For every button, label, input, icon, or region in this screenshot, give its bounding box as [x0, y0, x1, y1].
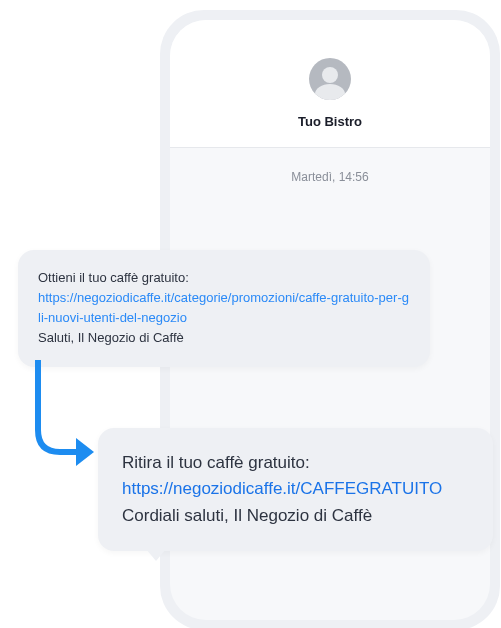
- message-link[interactable]: https://negoziodicaffe.it/categorie/prom…: [38, 288, 410, 328]
- timestamp: Martedì, 14:56: [170, 148, 490, 194]
- message-bubble-after: Ritira il tuo caffè gratuito: https://ne…: [98, 428, 493, 551]
- sender-name: Tuo Bistro: [190, 114, 470, 129]
- message-signoff: Cordiali saluti, Il Negozio di Caffè: [122, 503, 469, 529]
- chat-header: Tuo Bistro: [170, 20, 490, 148]
- message-bubble-before: Ottieni il tuo caffè gratuito: https://n…: [18, 250, 430, 367]
- avatar-icon: [309, 58, 351, 100]
- message-intro: Ritira il tuo caffè gratuito:: [122, 450, 469, 476]
- message-intro: Ottieni il tuo caffè gratuito:: [38, 268, 410, 288]
- arrow-icon: [28, 360, 108, 490]
- message-signoff: Saluti, Il Negozio di Caffè: [38, 328, 410, 348]
- message-link[interactable]: https://negoziodicaffe.it/CAFFEGRATUITO: [122, 476, 469, 502]
